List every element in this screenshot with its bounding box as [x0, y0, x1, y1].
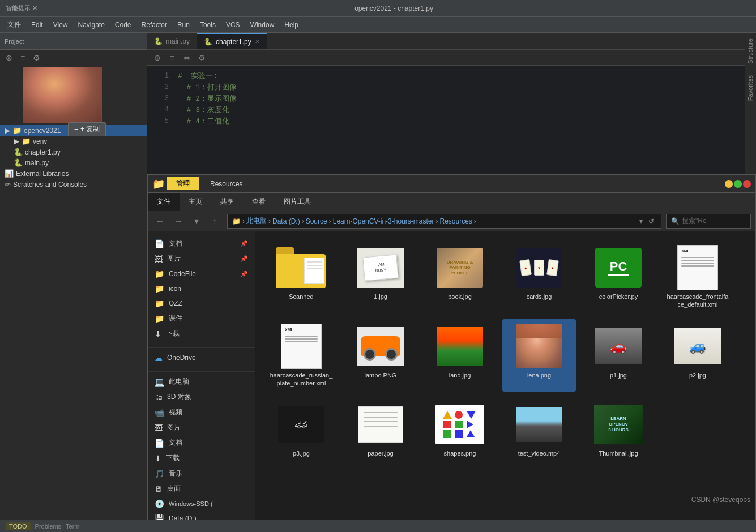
- menu-code[interactable]: Code: [110, 20, 136, 30]
- file-item-cardsjpg[interactable]: ♠ ♥ ♦ cards.jpg: [502, 241, 576, 314]
- fe-nav-images[interactable]: 🖼 图片 📌: [148, 251, 255, 267]
- tab-chapter1-py[interactable]: 🐍 chapter1.py ✕: [197, 33, 267, 49]
- structure-panel-tab[interactable]: Structure: [745, 33, 756, 70]
- fe-nav-3d[interactable]: 🗂 3D 对象: [148, 389, 255, 405]
- address-bar[interactable]: 📁 › 此电脑 › Data (D:) › Source › Learn-Ope…: [227, 214, 661, 229]
- file-item-haarcascade-plate[interactable]: XML haarcascade_russian_plate_number.xml: [264, 319, 338, 392]
- menu-edit[interactable]: Edit: [27, 20, 48, 30]
- code-line-4: 4 # 3：灰度化: [147, 104, 745, 115]
- manage-btn[interactable]: 管理: [167, 177, 199, 190]
- menu-view[interactable]: View: [49, 20, 72, 30]
- fe-nav-desktop[interactable]: 🖥 桌面: [148, 481, 255, 496]
- fe-nav-qzz[interactable]: 📁 QZZ: [148, 296, 255, 311]
- sidebar-btn-settings[interactable]: ⚙: [31, 52, 42, 63]
- file-item-scanned[interactable]: Scanned: [264, 241, 338, 314]
- addr-resources[interactable]: Resources: [439, 217, 472, 225]
- tree-item-venv[interactable]: ▶ 📁 venv: [0, 136, 147, 147]
- nav-pin-code: 📌: [240, 271, 248, 278]
- menu-file[interactable]: 文件: [3, 19, 25, 31]
- fe-tab-home[interactable]: 主页: [180, 193, 211, 211]
- file-item-1jpg[interactable]: I AMBUSY 1.jpg: [344, 241, 417, 314]
- fe-back-btn[interactable]: ←: [152, 213, 168, 229]
- fe-nav-pics[interactable]: 🖼 图片: [148, 420, 255, 435]
- addr-opencv[interactable]: Learn-OpenCV-in-3-hours-master: [333, 217, 434, 225]
- menu-help[interactable]: Help: [280, 20, 303, 30]
- file-item-lenapng[interactable]: lena.png: [502, 319, 576, 392]
- folder-icon: 📁: [12, 126, 22, 135]
- toolbar-close-btn[interactable]: −: [211, 52, 222, 63]
- fe-tab-image-tools[interactable]: 图片工具: [275, 193, 320, 211]
- fe-nav-courseware[interactable]: 📁 课件: [148, 311, 255, 326]
- file-item-p2jpg[interactable]: 🚙 p2.jpg: [661, 319, 734, 392]
- lambo-bg: [357, 327, 404, 366]
- toolbar-collapse-btn[interactable]: ≡: [166, 52, 178, 63]
- fe-nav-downloads[interactable]: ⬇ 下载: [148, 326, 255, 341]
- fe-recent-btn[interactable]: ▾: [189, 213, 204, 229]
- file-item-testvideo[interactable]: test_video.mp4: [502, 397, 576, 462]
- fe-nav-icon[interactable]: 📁 icon: [148, 281, 255, 296]
- menu-window[interactable]: Window: [246, 20, 279, 30]
- file-item-thumbnail[interactable]: LEARNOPENCV3 HOURS Thumbnail.jpg: [582, 397, 655, 462]
- tab-main-py[interactable]: 🐍 main.py: [147, 33, 197, 49]
- file-item-landjpg[interactable]: land.jpg: [423, 319, 497, 392]
- fe-nav-thispc[interactable]: 💻 此电脑: [148, 374, 255, 389]
- fe-nav-docs[interactable]: 📄 文档: [148, 435, 255, 451]
- fe-forward-btn[interactable]: →: [170, 213, 186, 229]
- toolbar-breadcrumb-icon[interactable]: ⊕: [152, 52, 163, 63]
- menu-navigate[interactable]: Navigate: [73, 20, 109, 30]
- shape-sq-b: [443, 430, 451, 438]
- addr-computer[interactable]: 此电脑: [246, 216, 267, 226]
- fe-nav-documents[interactable]: 📄 文档 📌: [148, 236, 255, 251]
- fe-tab-share[interactable]: 共享: [211, 193, 243, 211]
- line-num-3: 3: [152, 95, 169, 102]
- addr-refresh-btn[interactable]: ↺: [646, 216, 656, 226]
- fe-nav-dl2[interactable]: ⬇ 下载: [148, 451, 255, 466]
- file-item-haarcascade-front[interactable]: XML haarcascade_frontalface_default.xml: [661, 241, 734, 314]
- menu-tools[interactable]: Tools: [195, 20, 220, 30]
- file-item-lambo[interactable]: lambo.PNG: [344, 319, 417, 392]
- tree-item-main[interactable]: 🐍 main.py: [0, 157, 147, 168]
- sidebar-btn-close[interactable]: −: [44, 52, 55, 63]
- problems-label[interactable]: Problems: [35, 523, 61, 530]
- favorites-panel-tab[interactable]: Favorites: [745, 70, 756, 106]
- fe-minimize-btn[interactable]: [725, 180, 733, 188]
- menu-run[interactable]: Run: [173, 20, 194, 30]
- status-bar: TODO Problems Term: [0, 520, 756, 532]
- addr-source[interactable]: Source: [306, 217, 327, 225]
- toolbar-expand-btn[interactable]: ⇔: [181, 52, 193, 63]
- menu-refactor[interactable]: Refactor: [137, 20, 172, 30]
- fe-tab-file[interactable]: 文件: [148, 193, 180, 211]
- fe-tab-view[interactable]: 查看: [243, 193, 275, 211]
- fe-up-btn[interactable]: ↑: [207, 213, 223, 229]
- file-item-colorpicker[interactable]: PC colorPicker.py: [582, 241, 655, 314]
- file-item-shapespng[interactable]: shapes.png: [423, 397, 497, 462]
- addr-drive[interactable]: Data (D:): [272, 217, 300, 225]
- sidebar-btn-locate[interactable]: ⊕: [3, 52, 15, 63]
- fe-nav-video[interactable]: 📹 视频: [148, 405, 255, 420]
- fe-nav-winssd[interactable]: 💿 Windows-SSD (: [148, 496, 255, 511]
- file-item-p3jpg[interactable]: 🏎 p3.jpg: [264, 397, 338, 462]
- fe-nav-music[interactable]: 🎵 音乐: [148, 466, 255, 481]
- tab-close-btn[interactable]: ✕: [255, 38, 260, 45]
- tree-item-ext-libraries[interactable]: 📊 External Libraries: [0, 168, 147, 179]
- line-num-4: 4: [152, 106, 169, 114]
- fe-nav-codefile[interactable]: 📁 CodeFile 📌: [148, 267, 255, 281]
- fe-close-btn[interactable]: [743, 180, 751, 188]
- fe-maximize-btn[interactable]: [734, 180, 742, 188]
- terminal-label[interactable]: Term: [66, 523, 79, 530]
- tree-item-scratches[interactable]: ✏ Scratches and Consoles: [0, 179, 147, 190]
- nav-dl2-label: 下载: [166, 453, 180, 463]
- todo-btn[interactable]: TODO: [6, 522, 31, 530]
- fe-nav-onedrive[interactable]: ☁ OneDrive: [148, 350, 255, 365]
- tree-item-chapter1[interactable]: 🐍 chapter1.py: [0, 147, 147, 157]
- file-item-bookjpg[interactable]: DRAWING &PAINTINGPEOPLE book.jpg: [423, 241, 497, 314]
- toolbar-settings-btn[interactable]: ⚙: [196, 52, 207, 63]
- menu-vcs[interactable]: VCS: [221, 20, 245, 30]
- fe-nav-datad[interactable]: 💾 Data (D:): [148, 511, 255, 520]
- paste-button[interactable]: + + 复制: [68, 122, 106, 136]
- file-item-paperjpg[interactable]: paper.jpg: [344, 397, 417, 462]
- file-item-p1jpg[interactable]: 🚗 p1.jpg: [582, 319, 655, 392]
- search-box[interactable]: 🔍 搜索"Re: [666, 214, 751, 229]
- addr-dropdown-btn[interactable]: ▾: [636, 216, 646, 226]
- sidebar-btn-collapse[interactable]: ≡: [17, 52, 28, 63]
